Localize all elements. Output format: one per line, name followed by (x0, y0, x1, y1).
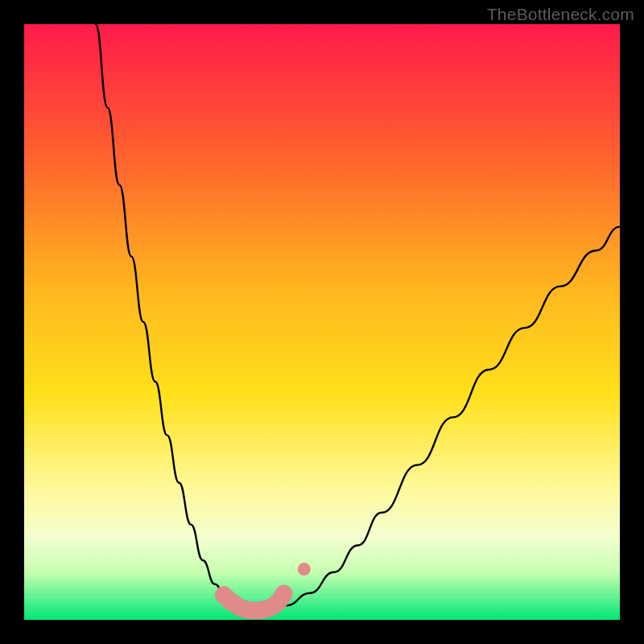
marker-dot-outlier (298, 563, 311, 576)
plot-area (24, 24, 620, 620)
watermark-label: TheBottleneck.com (487, 5, 634, 24)
chart-svg (24, 24, 620, 620)
marker-dot (277, 586, 291, 601)
gradient-background (24, 24, 620, 620)
outer-frame: TheBottleneck.com (0, 0, 644, 644)
